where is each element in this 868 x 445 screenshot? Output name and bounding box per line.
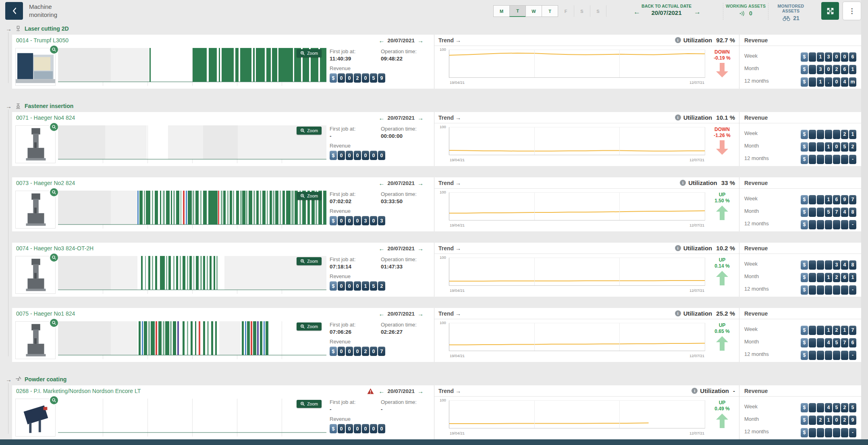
trend-link[interactable]: Trend →: [438, 388, 461, 394]
previous-day-arrow[interactable]: ←: [378, 245, 384, 252]
trend-link[interactable]: Trend →: [438, 114, 461, 121]
scrollbar-track[interactable]: [861, 0, 868, 439]
trend-link[interactable]: Trend →: [438, 310, 461, 317]
zoom-button-label: Zoom: [307, 51, 318, 56]
operation-time-value: 00:00:00: [381, 133, 433, 139]
next-day-arrow[interactable]: →: [417, 114, 424, 121]
next-day-arrow[interactable]: →: [417, 245, 424, 252]
trend-link[interactable]: Trend →: [438, 37, 461, 44]
operation-time-value: -: [381, 406, 433, 412]
trend-chart: [449, 400, 705, 428]
back-button[interactable]: [5, 2, 23, 20]
previous-day-arrow[interactable]: ←: [378, 388, 384, 395]
revenue-counter: $1052: [801, 142, 856, 152]
operation-time-label: Operation time:: [381, 322, 433, 328]
digit-box: 6: [841, 273, 848, 282]
info-icon[interactable]: i: [675, 245, 681, 251]
machine-photo[interactable]: [15, 256, 56, 294]
digit-box: 5: [825, 208, 832, 217]
machine-name-link[interactable]: 0071 - Haeger No4 824: [16, 114, 75, 121]
previous-day-arrow[interactable]: ←: [633, 8, 640, 16]
dollar-box: $: [801, 142, 808, 152]
previous-day-arrow[interactable]: ←: [378, 114, 384, 121]
day-button-3[interactable]: T: [542, 5, 558, 17]
day-button-2[interactable]: W: [525, 5, 542, 17]
job-timeline[interactable]: Zoom: [58, 191, 326, 229]
bottom-scrollbar[interactable]: [0, 439, 868, 445]
job-timeline[interactable]: Zoom: [58, 256, 326, 294]
fullscreen-button[interactable]: [821, 2, 839, 20]
timeline-job-block: [111, 48, 150, 82]
previous-day-arrow[interactable]: ←: [378, 180, 384, 187]
zoom-button[interactable]: Zoom: [297, 49, 322, 57]
job-timeline[interactable]: Zoom: [58, 125, 326, 163]
machine-photo[interactable]: [15, 125, 56, 163]
job-timeline[interactable]: Zoom: [58, 321, 326, 359]
day-button-0[interactable]: M: [493, 5, 510, 17]
job-timeline[interactable]: Zoom: [58, 399, 326, 437]
digit-box: 4: [825, 403, 832, 412]
timeline-gridline: [192, 256, 193, 294]
digit-box: 0: [833, 77, 840, 87]
machine-name-link[interactable]: 0073 - Haeger No2 824: [16, 180, 75, 186]
timeline-gridline: [192, 399, 193, 437]
zoom-button[interactable]: Zoom: [297, 127, 322, 135]
info-icon[interactable]: i: [675, 114, 681, 121]
machine-name-link[interactable]: 0014 - Trumpf L3050: [16, 37, 69, 44]
timeline-baseline: [58, 355, 326, 356]
utilization-value: 25.2 %: [716, 310, 735, 317]
timeline-job-block: [183, 191, 184, 225]
timeline-job-block: [183, 321, 185, 355]
operation-time-label: Operation time:: [381, 126, 433, 132]
next-day-arrow[interactable]: →: [417, 388, 424, 395]
working-assets-label: WORKING ASSETS: [723, 4, 768, 8]
machine-photo[interactable]: [15, 321, 56, 359]
day-button-1[interactable]: T: [509, 5, 526, 17]
machine-name-link[interactable]: 0074 - Haeger No3 824-OT-2H: [16, 245, 93, 252]
info-icon[interactable]: i: [675, 37, 681, 43]
digit-box: 5: [370, 73, 377, 83]
menu-button[interactable]: ⋮: [843, 2, 861, 20]
info-icon[interactable]: i: [680, 180, 686, 186]
powder-coating-icon: [15, 376, 21, 383]
trend-percent: 0.14 %: [709, 263, 735, 269]
machine-name-link[interactable]: 0268 - P.I. Marketing/Nordson Nordson En…: [16, 388, 141, 394]
zoom-button[interactable]: Zoom: [297, 257, 322, 265]
info-icon[interactable]: i: [691, 388, 698, 394]
back-to-actual-date[interactable]: BACK TO ACTUAL DATE 20/07/2021: [642, 4, 691, 16]
zoom-button[interactable]: Zoom: [297, 322, 322, 331]
info-icon[interactable]: i: [675, 310, 681, 316]
magnifier-badge-icon[interactable]: [49, 187, 59, 197]
operation-time-label: Operation time:: [381, 48, 433, 54]
machine-photo[interactable]: [15, 191, 56, 229]
revenue-counter: $30261: [801, 65, 856, 74]
zoom-button[interactable]: Zoom: [297, 192, 322, 200]
magnifier-badge-icon[interactable]: [49, 122, 59, 132]
trend-link[interactable]: Trend →: [438, 180, 461, 186]
machine-photo[interactable]: [15, 48, 56, 86]
job-timeline[interactable]: Zoom: [58, 48, 326, 86]
timeline-job-block: [203, 256, 205, 290]
next-day-arrow[interactable]: →: [417, 180, 424, 187]
magnifier-badge-icon[interactable]: [49, 395, 59, 405]
digit-box: 0: [346, 151, 353, 160]
zoom-button[interactable]: Zoom: [297, 400, 322, 408]
magnifier-badge-icon[interactable]: [49, 318, 59, 328]
previous-day-arrow[interactable]: ←: [378, 310, 384, 317]
revenue-rows: Week$1217Month$457612 months$-: [739, 319, 861, 360]
digit-box: m: [849, 77, 856, 87]
chart-gridline: [619, 127, 620, 155]
previous-day-arrow[interactable]: ←: [378, 37, 384, 44]
machine-name-link[interactable]: 0075 - Haeger No1 824: [16, 310, 75, 317]
machine-photo[interactable]: [15, 399, 56, 437]
timeline-job-block: [170, 321, 171, 355]
revenue-counter: $1261: [801, 273, 856, 282]
next-day-arrow[interactable]: →: [417, 37, 424, 44]
magnifier-badge-icon[interactable]: [49, 45, 59, 54]
next-day-arrow[interactable]: →: [417, 310, 424, 317]
trend-panel: Trend →iUtilization10.1 %10019/04/2112/0…: [434, 112, 739, 166]
next-day-arrow[interactable]: →: [694, 8, 701, 16]
magnifier-badge-icon[interactable]: [49, 253, 59, 262]
digit-box: 0: [362, 151, 369, 160]
trend-link[interactable]: Trend →: [438, 245, 461, 252]
